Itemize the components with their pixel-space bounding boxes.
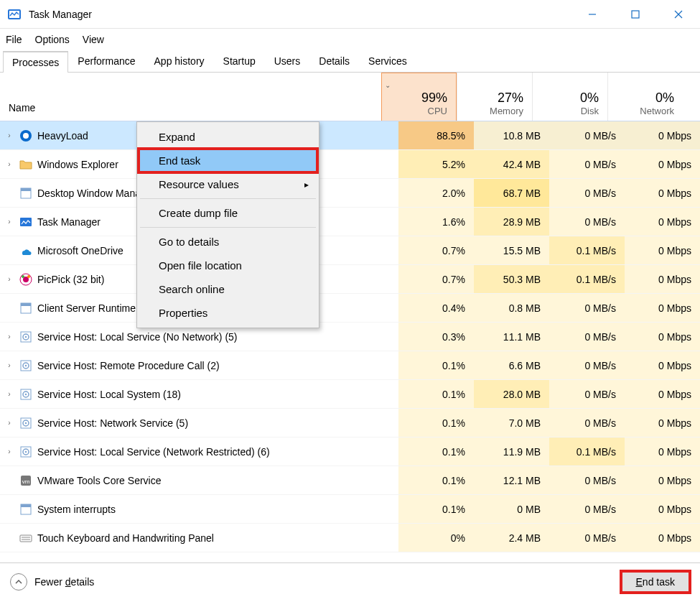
gear-icon — [19, 387, 33, 402]
tab-app-history[interactable]: App history — [145, 50, 214, 72]
tab-processes[interactable]: Processes — [3, 51, 68, 73]
cell-network: 0 Mbps — [625, 236, 700, 264]
cell-cpu: 0.1% — [398, 409, 474, 437]
process-row[interactable]: ›Service Host: Local Service (No Network… — [0, 323, 700, 351]
cell-network: 0 Mbps — [625, 121, 700, 149]
cell-cpu: 2.0% — [398, 179, 474, 207]
svg-point-7 — [23, 133, 29, 139]
cell-network: 0 Mbps — [625, 323, 700, 351]
svg-point-19 — [25, 335, 27, 337]
column-disk[interactable]: 0% Disk — [532, 73, 607, 121]
menubar: File Options View — [0, 29, 700, 50]
process-name-cell: ›System interrupts — [0, 495, 398, 523]
context-create-dump-file[interactable]: Create dump file — [139, 201, 317, 225]
menu-file[interactable]: File — [6, 34, 22, 45]
svg-rect-9 — [21, 188, 31, 191]
expand-chevron-icon[interactable]: › — [4, 131, 14, 141]
expand-chevron-icon[interactable]: › — [4, 332, 14, 342]
end-task-button[interactable]: End task — [621, 571, 690, 593]
expand-chevron-icon[interactable]: › — [4, 159, 14, 170]
process-row[interactable]: ›Desktop Window Manager2.0%68.7 MB0 MB/s… — [0, 179, 700, 208]
sort-indicator-icon: ⌄ — [385, 81, 447, 89]
column-memory[interactable]: 27% Memory — [457, 73, 532, 121]
svg-rect-3 — [632, 11, 639, 18]
tab-services[interactable]: Services — [359, 50, 416, 72]
context-resource-values[interactable]: Resource values▸ — [139, 172, 317, 196]
process-row[interactable]: ›Service Host: Local System (18)0.1%28.0… — [0, 380, 700, 409]
minimize-button[interactable] — [571, 0, 614, 29]
process-name: Touch Keyboard and Handwriting Panel — [37, 532, 214, 544]
context-open-file-location[interactable]: Open file location — [139, 254, 317, 277]
process-row[interactable]: ›HeavyLoad88.5%10.8 MB0 MB/s0 Mbps — [0, 121, 700, 150]
footer: Fewer details End task — [0, 562, 700, 600]
process-row[interactable]: ›Windows Explorer5.2%42.4 MB0 MB/s0 Mbps — [0, 150, 700, 179]
process-name: PicPick (32 bit) — [37, 274, 104, 285]
expand-chevron-icon[interactable]: › — [4, 389, 14, 399]
process-row[interactable]: ›Service Host: Remote Procedure Call (2)… — [0, 351, 700, 380]
process-row[interactable]: ›PicPick (32 bit)0.7%50.3 MB0.1 MB/s0 Mb… — [0, 265, 700, 294]
chevron-up-icon[interactable] — [10, 573, 27, 591]
menu-options[interactable]: Options — [35, 34, 70, 45]
process-row[interactable]: ›Microsoft OneDrive0.7%15.5 MB0.1 MB/s0 … — [0, 236, 700, 265]
process-row[interactable]: ›Service Host: Local Service (Network Re… — [0, 437, 700, 466]
tab-details[interactable]: Details — [309, 50, 359, 72]
cell-cpu: 0.4% — [398, 294, 474, 322]
process-row[interactable]: ›Touch Keyboard and Handwriting Panel0%2… — [0, 524, 700, 552]
cell-memory: 28.0 MB — [474, 380, 549, 408]
maximize-button[interactable] — [614, 0, 657, 29]
process-name: Task Manager — [37, 216, 101, 228]
process-row[interactable]: ›Task Manager1.6%28.9 MB0 MB/s0 Mbps — [0, 208, 700, 236]
expand-chevron-icon[interactable]: › — [4, 447, 14, 457]
cell-cpu: 5.2% — [398, 150, 474, 178]
process-row[interactable]: ›Client Server Runtime Process0.4%0.8 MB… — [0, 294, 700, 323]
process-name: Service Host: Remote Procedure Call (2) — [37, 360, 220, 371]
tab-performance[interactable]: Performance — [68, 50, 144, 72]
cell-cpu: 0.1% — [398, 380, 474, 408]
svg-rect-16 — [21, 303, 31, 306]
close-button[interactable] — [657, 0, 700, 29]
process-row[interactable]: ›System interrupts0.1%0 MB0 MB/s0 Mbps — [0, 495, 700, 524]
process-row[interactable]: ›Service Host: Network Service (5)0.1%7.… — [0, 409, 700, 437]
tab-strip: ProcessesPerformanceApp historyStartupUs… — [0, 50, 700, 73]
column-name[interactable]: Name — [0, 73, 381, 121]
cell-network: 0 Mbps — [625, 208, 700, 236]
cell-network: 0 Mbps — [625, 495, 700, 523]
process-row[interactable]: ›vmVMware Tools Core Service0.1%12.1 MB0… — [0, 466, 700, 495]
cell-network: 0 Mbps — [625, 524, 700, 552]
expand-chevron-icon[interactable]: › — [4, 361, 14, 371]
cell-cpu: 0.1% — [398, 495, 474, 523]
context-end-task[interactable]: End task — [139, 149, 317, 172]
cell-cpu: 0.3% — [398, 323, 474, 351]
tab-startup[interactable]: Startup — [214, 50, 265, 72]
expand-chevron-icon[interactable]: › — [4, 418, 14, 428]
cell-disk: 0.1 MB/s — [549, 236, 625, 264]
context-expand[interactable]: Expand — [139, 125, 317, 149]
cell-network: 0 Mbps — [625, 466, 700, 494]
cell-memory: 28.9 MB — [474, 208, 549, 236]
menu-view[interactable]: View — [83, 34, 104, 45]
context-properties[interactable]: Properties — [139, 301, 317, 325]
onedrive-icon — [19, 244, 33, 258]
svg-point-31 — [25, 450, 27, 452]
svg-point-22 — [25, 364, 27, 366]
cell-disk: 0 MB/s — [549, 150, 625, 178]
process-name: Microsoft OneDrive — [37, 245, 123, 256]
column-cpu[interactable]: ⌄ 99% CPU — [381, 73, 457, 121]
column-network[interactable]: 0% Network — [607, 73, 683, 121]
submenu-arrow-icon: ▸ — [304, 180, 309, 190]
gear-icon — [19, 445, 33, 459]
process-rows[interactable]: ›HeavyLoad88.5%10.8 MB0 MB/s0 Mbps›Windo… — [0, 121, 700, 562]
cell-disk: 0 MB/s — [549, 208, 625, 236]
expand-chevron-icon[interactable]: › — [4, 217, 14, 227]
context-go-to-details[interactable]: Go to details — [139, 230, 317, 254]
expand-chevron-icon[interactable]: › — [4, 274, 14, 284]
cell-network: 0 Mbps — [625, 150, 700, 178]
cell-memory: 6.6 MB — [474, 351, 549, 379]
context-search-online[interactable]: Search online — [139, 277, 317, 301]
tab-users[interactable]: Users — [265, 50, 310, 72]
process-name-cell: ›Touch Keyboard and Handwriting Panel — [0, 524, 398, 552]
process-name: Service Host: Local System (18) — [37, 389, 181, 400]
cell-disk: 0 MB/s — [549, 179, 625, 207]
cell-cpu: 1.6% — [398, 208, 474, 236]
fewer-details-link[interactable]: Fewer details — [34, 576, 94, 588]
